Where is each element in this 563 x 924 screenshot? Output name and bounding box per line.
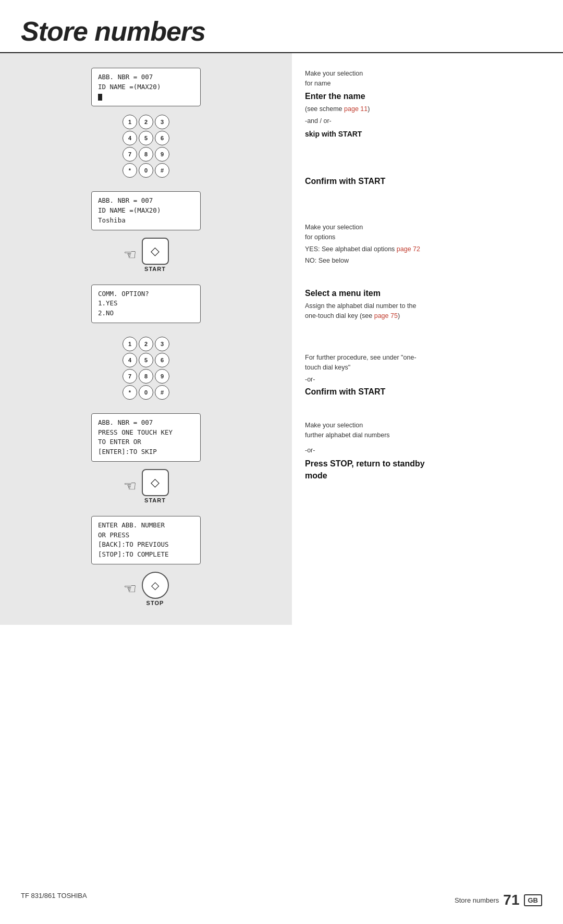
screen3-line1: COMM. OPTION? [98,289,194,299]
screen4-line2: PRESS ONE TOUCH KEY [98,428,194,438]
start-button2-row: ☞ ◇ START [124,469,169,503]
desc1-small: Make your selectionfor name [305,69,553,89]
screen5: ENTER ABB. NUMBER OR PRESS [BACK]:TO PRE… [91,516,201,564]
start-label-1: START [144,266,166,272]
desc2-heading: Confirm with START [305,176,553,187]
start-label-2: START [144,497,166,503]
key2-7: 7 [123,369,137,384]
desc6-or: -or- [305,446,553,455]
screen4-line3: TO ENTER OR [98,437,194,447]
desc5-small1: For further procedure, see under "one-to… [305,353,553,373]
desc4-heading: Select a menu item [305,288,553,299]
key2-9: 9 [155,369,169,384]
start-symbol-2: ◇ [151,476,160,489]
screen2-line2: ID NAME =(MAX20) [98,206,194,216]
diagram-column: ABB. NBR = 007 ID NAME =(MAX20) 1 2 3 4 … [0,53,292,625]
key2-4: 4 [123,353,137,367]
spacer-desc2: Confirm with START [305,144,553,220]
desc4-small: Assign the alphabet dial number to theon… [305,301,553,321]
key-3: 3 [155,115,169,129]
key-1: 1 [123,115,137,129]
key2-5: 5 [139,353,153,367]
screen4: ABB. NBR = 007 PRESS ONE TOUCH KEY TO EN… [91,413,201,462]
key2-0: 0 [139,385,153,400]
key-6: 6 [155,131,169,145]
screen4-line4: [ENTER]:TO SKIP [98,447,194,457]
start-button-2[interactable]: ◇ [142,469,169,496]
screen2-line1: ABB. NBR = 007 [98,196,194,206]
keypad1: 1 2 3 4 5 6 7 8 9 * 0 # [123,115,169,178]
page-number: 71 [503,892,519,908]
screen5-line1: ENTER ABB. NUMBER [98,521,194,531]
start-button-1[interactable]: ◇ [142,238,169,265]
key2-6: 6 [155,353,169,367]
screen2-row: ABB. NBR = 007 ID NAME =(MAX20) Toshiba [10,187,282,234]
start-btn2-col: ◇ START [142,469,169,503]
start-button1-row: ☞ ◇ START [124,238,169,272]
stop-symbol: ◇ [151,579,159,592]
description-column: Make your selectionfor name Enter the na… [292,53,563,625]
screen1-line2: ID NAME =(MAX20) [98,82,194,92]
hand-icon-2: ☞ [124,477,137,495]
screen5-row: ENTER ABB. NUMBER OR PRESS [BACK]:TO PRE… [10,512,282,569]
key2-hash: # [155,385,169,400]
hand-icon-3: ☞ [124,580,137,597]
screen5-line2: OR PRESS [98,531,194,540]
key-7: 7 [123,147,137,162]
desc1-sub2: -and / or- [305,116,553,126]
key-9: 9 [155,147,169,162]
desc6-small1: Make your selectionfurther alphabet dial… [305,421,553,440]
key2-2: 2 [139,337,153,351]
screen4-row: ABB. NBR = 007 PRESS ONE TOUCH KEY TO EN… [10,409,282,466]
screen3-line2: 1.YES [98,299,194,309]
stop-button-row: ☞ ◇ STOP [124,572,169,606]
screen1-line1: ABB. NBR = 007 [98,72,194,82]
screen1: ABB. NBR = 007 ID NAME =(MAX20) [91,68,201,106]
key-4: 4 [123,131,137,145]
footer: TF 831/861 TOSHIBA Store numbers 71 GB [0,892,563,908]
desc4-section: Select a menu item Assign the alphabet d… [305,288,553,350]
desc3-small2: YES: See alphabet dial options page 72 [305,244,553,254]
key-hash: # [155,163,169,178]
hand-icon-1: ☞ [124,246,137,263]
stop-btn-col: ◇ STOP [142,572,169,606]
desc5-section: For further procedure, see under "one-to… [305,353,553,415]
key2-3: 3 [155,337,169,351]
key2-star: * [123,385,137,400]
key-8: 8 [139,147,153,162]
desc3-small1: Make your selectionfor options [305,223,553,242]
screen5-line3: [BACK]:TO PREVIOUS [98,540,194,550]
desc3-small3: NO: See below [305,256,553,266]
screen2: ABB. NBR = 007 ID NAME =(MAX20) Toshiba [91,191,201,230]
desc1-section: Make your selectionfor name Enter the na… [305,69,553,144]
desc5-small2: -or- [305,375,553,385]
desc1-heading: Enter the name [305,91,553,102]
keypad2: 1 2 3 4 5 6 7 8 9 * 0 # [123,337,169,400]
desc6-section: Make your selectionfurther alphabet dial… [305,421,553,484]
desc6-heading: Press STOP, return to standbymode [305,458,553,482]
desc3-section: Make your selectionfor options YES: See … [305,223,553,285]
screen3: COMM. OPTION? 1.YES 2.NO [91,285,201,323]
screen1-cursor [98,94,102,101]
screen3-line3: 2.NO [98,309,194,318]
screen3-row: COMM. OPTION? 1.YES 2.NO [10,280,282,327]
stop-label: STOP [146,600,164,606]
start-btn1-col: ◇ START [142,238,169,272]
key-5: 5 [139,131,153,145]
stop-button[interactable]: ◇ [142,572,169,599]
key-0: 0 [139,163,153,178]
screen4-line1: ABB. NBR = 007 [98,418,194,428]
key2-1: 1 [123,337,137,351]
screen5-line4: [STOP]:TO COMPLETE [98,550,194,560]
desc5-heading: Confirm with START [305,386,553,398]
desc1-sub1: (see scheme page 11) [305,104,553,114]
screen2-line3: Toshiba [98,216,194,226]
screen1-row: ABB. NBR = 007 ID NAME =(MAX20) [10,64,282,110]
start-symbol-1: ◇ [151,244,160,258]
key2-8: 8 [139,369,153,384]
desc1-bold: skip with START [305,130,553,138]
page-title: Store numbers [0,0,563,53]
footer-left: TF 831/861 TOSHIBA [21,892,87,908]
footer-center: Store numbers [455,896,499,904]
footer-right: Store numbers 71 GB [455,892,542,908]
